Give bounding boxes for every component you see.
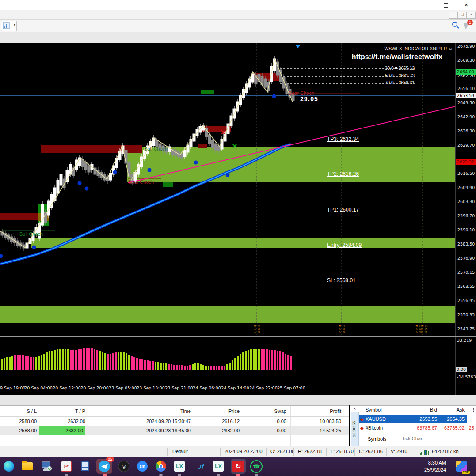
time-tick-label: 9 Sep 19:00 xyxy=(0,385,25,390)
child-window-bar xyxy=(0,10,476,20)
mt-red-app-icon[interactable]: ↻ xyxy=(231,459,246,474)
news-currency-label: USD xyxy=(257,325,261,333)
copilot-pre-badge: PRE xyxy=(462,471,470,474)
market-watch-cell[interactable]: 25 xyxy=(465,424,474,432)
market-watch-header[interactable]: Bid xyxy=(410,407,437,412)
whatsapp-icon[interactable]: ☎ xyxy=(250,460,263,472)
snipping-tool-icon[interactable]: ✂ xyxy=(60,460,72,472)
toolbar-gap xyxy=(0,32,476,43)
market-watch-header[interactable]: ! xyxy=(465,407,474,412)
news-currency-label: USD xyxy=(342,325,346,333)
taskbar-clock[interactable]: 8:30 AM 25/9/2024 xyxy=(424,459,446,473)
orders-cell-sl[interactable]: 2588.00 xyxy=(19,426,37,435)
clock-date: 25/9/2024 xyxy=(424,466,446,473)
orders-column-header[interactable]: Swap xyxy=(274,408,286,416)
price-tick: 2563.55 xyxy=(457,284,475,289)
orders-cell-tp[interactable]: 2632.00 xyxy=(39,426,85,435)
market-watch-tab-tick-chart[interactable]: Tick Chart xyxy=(398,435,427,442)
calculator-icon[interactable] xyxy=(79,460,91,472)
child-restore-button[interactable]: ❐ xyxy=(458,12,467,19)
chrome-icon[interactable] xyxy=(155,460,167,472)
price-tick: 2609.90 xyxy=(457,185,475,190)
orders-cell-sl[interactable]: 2588.00 xyxy=(19,417,37,426)
indicator-scale-zero: 0.00 xyxy=(456,367,467,372)
orders-column-header[interactable]: Profit xyxy=(330,408,341,416)
chart-icon xyxy=(3,22,10,29)
bear-choch-label-1: Bear Choch xyxy=(128,179,154,185)
copilot-icon[interactable]: PRE xyxy=(456,461,467,472)
obs-icon[interactable]: ◎ xyxy=(118,460,130,472)
fib-level-50: 50.0 = 2661.72 xyxy=(366,73,415,78)
orders-cell-swap[interactable]: 0.00 xyxy=(277,417,286,426)
search-icon[interactable] xyxy=(452,21,460,31)
symbol-arrow-icon: ◆ xyxy=(360,415,364,423)
bull-choch-label-1: Bull Choch xyxy=(19,231,43,237)
orders-cell-time[interactable]: 2024.09.20 15:30:47 xyxy=(146,417,191,426)
price-tick: 2550.35 xyxy=(457,312,475,317)
chart-area[interactable] xyxy=(0,43,476,395)
orders-cell-price[interactable]: 2616.12 xyxy=(222,417,240,426)
market-watch-close-button[interactable]: × xyxy=(352,406,358,412)
candle-countdown: 29:05 xyxy=(300,95,318,102)
chart-type-button[interactable]: ▾ xyxy=(1,21,17,31)
price-tick: 2556.95 xyxy=(457,298,475,303)
price-tick: 2642.90 xyxy=(457,114,475,119)
orders-cell-profit[interactable]: 10 083.50 xyxy=(320,417,341,426)
child-minimize-button[interactable]: - xyxy=(449,12,458,19)
price-tick: 2583.50 xyxy=(457,242,475,246)
price-badge: 2622.32 xyxy=(456,159,476,165)
telegram-badge: 25 xyxy=(106,457,114,462)
market-watch-header[interactable]: Ask xyxy=(437,407,465,412)
tp3-label: TP3: 2632.34 xyxy=(327,136,359,142)
market-watch-panel[interactable]: × 10:30:55 SymbolBidAsk!◆XAUUSD2653.5526… xyxy=(350,405,476,446)
orders-cell-time[interactable]: 2024.09.23 16:45:00 xyxy=(146,426,191,435)
market-watch-timestamp: 10:30:55 xyxy=(351,414,358,445)
market-watch-cell[interactable]: 80 xyxy=(465,415,474,423)
time-tick-label: 24 Sep 06:00 xyxy=(193,385,221,390)
restore-button[interactable] xyxy=(438,1,453,9)
clock-time: 8:30 AM xyxy=(424,459,446,466)
price-tick: 2596.70 xyxy=(457,213,475,218)
market-watch-tab-symbols[interactable]: Symbols xyxy=(364,435,390,442)
remote-desktop-icon[interactable] xyxy=(41,460,53,472)
chevron-down-icon: ▾ xyxy=(14,23,15,27)
market-watch-cell[interactable]: 63785.67 xyxy=(410,424,437,432)
orders-cell-tp[interactable]: 2632.00 xyxy=(68,417,85,426)
market-watch-cell[interactable]: 2653.55 xyxy=(410,415,437,423)
sl-label: SL: 2568.01 xyxy=(327,277,356,283)
fib-level-30: 30.0 = 2665.12 xyxy=(366,66,415,71)
orders-column-header[interactable]: T / P xyxy=(75,408,85,416)
indicator-scale-max: 33.219 xyxy=(457,338,472,343)
orders-column-header[interactable]: Time xyxy=(180,408,191,416)
status-profile[interactable]: Default xyxy=(172,449,188,454)
subwindow-separator-top[interactable] xyxy=(0,336,476,337)
jf-app-icon[interactable]: Jf xyxy=(194,460,207,472)
status-bar: Default 2024.09.20 23:00 O: 2621.08 H: 2… xyxy=(0,446,476,457)
orders-cell-price[interactable]: 2632.00 xyxy=(222,426,240,435)
minimize-button[interactable]: — xyxy=(419,1,434,9)
lx-app-icon-2[interactable]: LX xyxy=(212,460,225,472)
status-datetime: 2024.09.20 23:00 xyxy=(225,449,263,454)
subwindow-separator-bottom[interactable] xyxy=(0,382,476,382)
orders-column-header[interactable]: S / L xyxy=(27,408,37,416)
orders-cell-swap[interactable]: 0.00 xyxy=(277,426,286,435)
child-close-button[interactable]: × xyxy=(467,12,476,19)
notification-pin-icon[interactable]: 1 xyxy=(462,21,472,30)
restore-icon xyxy=(444,3,448,8)
edge-icon[interactable] xyxy=(3,460,15,472)
market-watch-cell[interactable]: #Bitcoin xyxy=(366,424,410,432)
telegram-icon[interactable]: 25 xyxy=(96,459,112,474)
market-watch-cell[interactable]: XAUUSD xyxy=(366,415,410,423)
market-watch-cell[interactable]: 2654.35 xyxy=(437,415,465,423)
orders-table[interactable]: S / LT / PTimePriceSwapProfit2588.002632… xyxy=(0,405,349,446)
telegram-link-watermark: https://t.me/wallstreetwolfx xyxy=(352,53,442,61)
orders-column-header[interactable]: Price xyxy=(228,408,240,416)
market-watch-header[interactable]: Symbol xyxy=(366,407,410,412)
close-button[interactable]: × xyxy=(459,1,474,9)
file-explorer-icon[interactable] xyxy=(21,460,34,472)
lx-app-icon[interactable]: LX xyxy=(173,460,186,472)
zoom-icon[interactable]: zm xyxy=(136,460,149,472)
toolbar xyxy=(0,20,476,32)
orders-cell-profit[interactable]: 14 524.25 xyxy=(320,426,341,435)
market-watch-cell[interactable]: 63785.92 xyxy=(437,424,465,432)
